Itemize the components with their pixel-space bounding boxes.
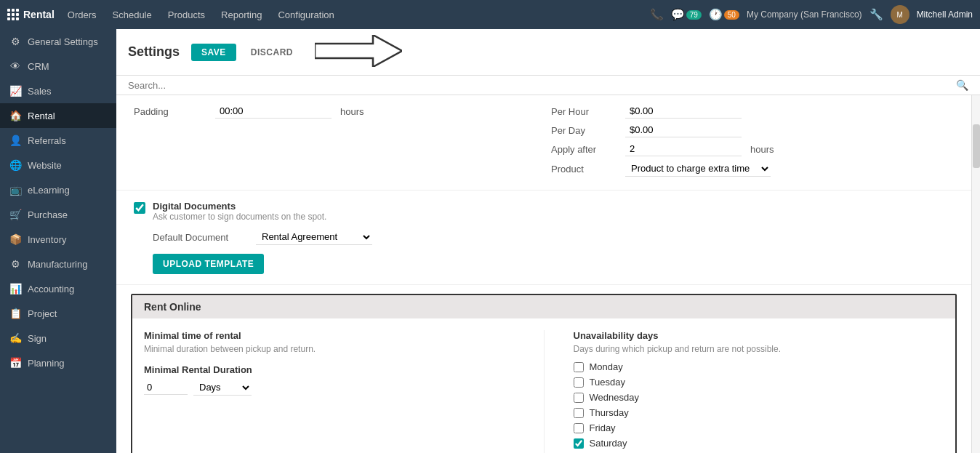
sidebar-item-rental[interactable]: 🏠 Rental [0,103,116,128]
nav-schedule[interactable]: Schedule [105,0,159,29]
day-row-monday: Monday [574,361,944,372]
phone-icon[interactable]: 📞 [650,8,664,21]
sidebar-item-label: eLearning [28,185,70,196]
save-button[interactable]: SAVE [191,44,236,61]
day-row-wednesday: Wednesday [574,392,944,403]
tuesday-label: Tuesday [590,377,625,388]
project-icon: 📋 [9,308,22,319]
per-hour-input[interactable] [625,104,742,119]
padding-row: Padding hours [134,104,537,119]
rent-online-header: Rent Online [132,295,955,318]
right-scrollbar[interactable] [971,95,980,453]
digital-docs-checkbox[interactable] [134,202,145,214]
sidebar-item-label: Purchase [28,209,68,220]
top-nav: Rental Orders Schedule Products Reportin… [0,0,980,29]
chat-badge: 79 [686,10,702,20]
product-select[interactable]: Product to charge extra time [625,161,771,177]
sidebar-item-referrals[interactable]: 👤 Referrals [0,128,116,153]
chat-badge-container[interactable]: 💬 79 [671,8,702,21]
sign-icon: ✍ [9,332,22,344]
grid-icon [7,9,19,20]
referral-icon: 👤 [9,135,22,146]
apply-after-label: Apply after [551,144,616,155]
tv-icon: 📺 [9,184,22,196]
eye-icon: 👁 [9,60,22,72]
minimal-time-desc: Minimal duration between pickup and retu… [144,344,515,354]
day-row-thursday: Thursday [574,407,944,418]
apply-after-input[interactable] [625,142,742,156]
monday-checkbox[interactable] [574,362,584,372]
clock-badge-container[interactable]: 🕐 50 [709,8,739,21]
sidebar: ⚙ General Settings 👁 CRM 📈 Sales 🏠 Renta… [0,29,116,453]
product-row: Product Product to charge extra time [551,161,954,177]
saturday-checkbox[interactable] [574,438,584,449]
tuesday-checkbox[interactable] [574,377,584,388]
app-logo[interactable]: Rental [7,9,55,20]
monday-label: Monday [590,361,623,372]
padding-label: Padding [134,106,206,117]
box-icon: 📦 [9,233,22,245]
sidebar-item-elearning[interactable]: 📺 eLearning [0,177,116,202]
sidebar-item-label: Sign [28,333,47,344]
friday-checkbox[interactable] [574,423,584,433]
nav-orders[interactable]: Orders [60,0,104,29]
mfg-icon: ⚙ [9,258,22,270]
sidebar-item-purchase[interactable]: 🛒 Purchase [0,202,116,227]
search-bar: 🔍 [116,76,980,95]
digital-docs-desc: Ask customer to sign documents on the sp… [153,212,326,222]
sidebar-item-accounting[interactable]: 📊 Accounting [0,276,116,301]
sidebar-item-project[interactable]: 📋 Project [0,301,116,326]
app-name: Rental [23,9,55,20]
scroll-content: Padding hours Per Hour Per Day [116,95,980,453]
settings-header: Settings SAVE DISCARD [116,29,980,76]
nav-reporting[interactable]: Reporting [214,0,269,29]
tools-icon[interactable]: 🔧 [869,8,883,21]
default-doc-select[interactable]: Rental Agreement [256,229,372,245]
clock-badge: 50 [724,10,739,20]
day-row-friday: Friday [574,422,944,433]
sidebar-item-planning[interactable]: 📅 Planning [0,350,116,375]
sidebar-item-general-settings[interactable]: ⚙ General Settings [0,29,116,54]
clock-icon: 🕐 [709,8,723,21]
minimal-duration-unit-select[interactable]: Days [193,380,252,396]
sidebar-item-label: Inventory [28,234,66,245]
sidebar-item-manufacturing[interactable]: ⚙ Manufacturing [0,252,116,276]
sidebar-item-crm[interactable]: 👁 CRM [0,54,116,79]
friday-label: Friday [590,422,616,433]
discard-button[interactable]: DISCARD [244,44,300,61]
apply-after-row: Apply after hours [551,142,954,156]
default-doc-row: Default Document Rental Agreement [153,229,954,245]
sidebar-item-website[interactable]: 🌐 Website [0,153,116,177]
search-input[interactable] [128,80,950,91]
wednesday-checkbox[interactable] [574,393,584,403]
minimal-duration-label: Minimal Rental Duration [144,364,515,375]
day-row-tuesday: Tuesday [574,377,944,388]
content-area: Settings SAVE DISCARD 🔍 [116,29,980,453]
per-day-input[interactable] [625,123,742,137]
sidebar-item-inventory[interactable]: 📦 Inventory [0,227,116,252]
wednesday-label: Wednesday [590,392,639,403]
sidebar-item-sign[interactable]: ✍ Sign [0,326,116,350]
unavail-desc: Days during which pickup and return are … [574,344,944,354]
nav-configuration[interactable]: Configuration [270,0,341,29]
minimal-duration-inputs: Days [144,380,515,396]
nav-products[interactable]: Products [161,0,212,29]
search-icon: 🔍 [956,79,968,91]
hours-unit: hours [340,106,364,117]
rent-online-right: Unavailability days Days during which pi… [545,330,944,453]
user-name: Mitchell Admin [917,9,973,20]
upload-template-button[interactable]: UPLOAD TEMPLATE [153,254,264,274]
day-row-saturday: Saturday [574,438,944,449]
saturday-label: Saturday [590,438,627,449]
rental-icon: 🏠 [9,110,22,121]
chat-icon: 💬 [671,8,685,21]
padding-input[interactable] [215,104,332,119]
sidebar-item-label: CRM [28,61,49,72]
product-label: Product [551,164,616,175]
user-avatar[interactable]: M [891,5,909,24]
sidebar-item-label: Referrals [28,135,66,146]
sidebar-item-sales[interactable]: 📈 Sales [0,79,116,103]
minimal-duration-value[interactable] [144,380,188,395]
chart-icon: 📈 [9,85,22,97]
thursday-checkbox[interactable] [574,408,584,418]
